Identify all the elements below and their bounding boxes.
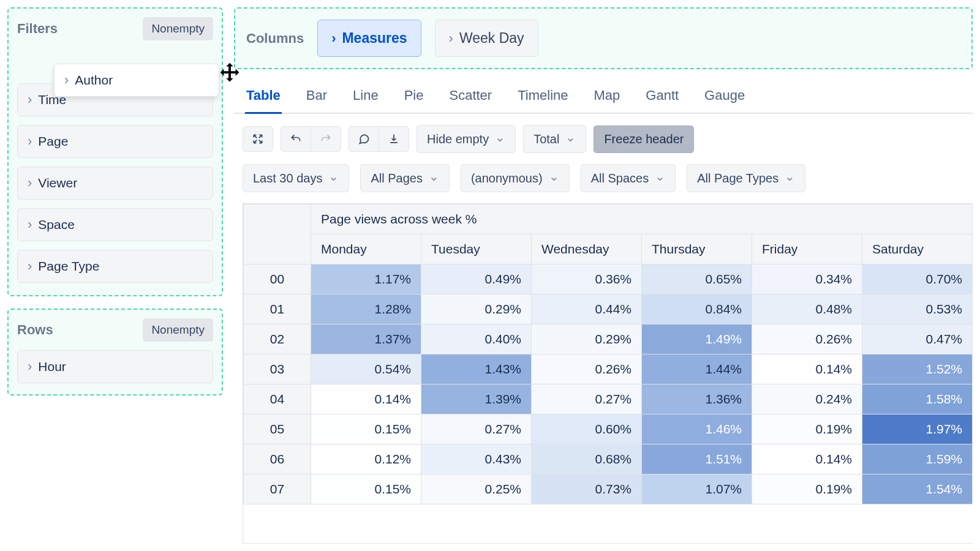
cell[interactable]: 0.68% [532,444,642,474]
cell[interactable]: 1.39% [421,384,532,414]
tab-scatter[interactable]: Scatter [448,83,493,114]
quick-filter--anonymous-[interactable]: (anonymous) [461,164,570,192]
freeze-header-button[interactable]: Freeze header [594,126,694,153]
column-header-wednesday[interactable]: Wednesday [532,234,642,264]
columns-panel: Columns MeasuresWeek Day [234,7,973,69]
cell[interactable]: 1.97% [862,414,973,444]
cell[interactable]: 0.27% [532,384,642,414]
quick-filter-label: (anonymous) [471,171,543,186]
row-header-03[interactable]: 03 [244,354,311,384]
cell[interactable]: 0.70% [862,264,973,294]
cell[interactable]: 1.49% [642,324,752,354]
cell[interactable]: 1.28% [311,294,421,324]
cell[interactable]: 0.73% [532,474,642,504]
cell[interactable]: 1.07% [642,474,752,504]
tab-table[interactable]: Table [245,83,282,114]
export-button[interactable] [379,126,409,152]
comment-button[interactable] [349,126,379,152]
row-header-02[interactable]: 02 [244,324,311,354]
cell[interactable]: 0.49% [421,264,532,294]
column-chip-measures[interactable]: Measures [317,20,421,57]
cell[interactable]: 0.26% [532,354,642,384]
row-header-00[interactable]: 00 [244,264,311,294]
cell[interactable]: 0.84% [642,294,752,324]
row-header-05[interactable]: 05 [244,414,311,444]
row-header-01[interactable]: 01 [244,294,311,324]
column-header-friday[interactable]: Friday [752,234,862,264]
undo-button[interactable] [281,126,311,152]
cell[interactable]: 0.65% [642,264,752,294]
cell[interactable]: 0.24% [752,384,862,414]
tab-bar[interactable]: Bar [305,83,328,114]
quick-filter-last-30-days[interactable]: Last 30 days [243,164,349,192]
cell[interactable]: 0.54% [311,354,421,384]
filter-item-page[interactable]: Page [17,125,213,158]
column-chip-week-day[interactable]: Week Day [435,20,538,57]
tab-gauge[interactable]: Gauge [703,83,746,114]
cell[interactable]: 0.34% [752,264,862,294]
cell[interactable]: 0.14% [752,444,862,474]
quick-filter-all-page-types[interactable]: All Page Types [687,164,805,192]
cell[interactable]: 0.14% [752,354,862,384]
tab-gantt[interactable]: Gantt [644,83,680,114]
quick-filter-all-spaces[interactable]: All Spaces [581,164,676,192]
quick-filter-all-pages[interactable]: All Pages [360,164,450,192]
cell[interactable]: 0.15% [311,414,421,444]
cell[interactable]: 1.43% [421,354,532,384]
total-select[interactable]: Total [523,125,586,153]
tab-map[interactable]: Map [593,83,622,114]
cell[interactable]: 1.58% [862,384,973,414]
cell[interactable]: 0.19% [752,474,862,504]
column-header-tuesday[interactable]: Tuesday [421,234,532,264]
filter-item-space[interactable]: Space [17,208,213,241]
cell[interactable]: 0.29% [421,294,532,324]
row-header-04[interactable]: 04 [244,384,311,414]
column-header-thursday[interactable]: Thursday [642,234,752,264]
cell[interactable]: 0.48% [752,294,862,324]
filter-item-author-dragging[interactable]: Author [54,64,219,97]
cell[interactable]: 0.27% [421,414,532,444]
cell[interactable]: 0.44% [532,294,642,324]
cell[interactable]: 0.60% [532,414,642,444]
cell[interactable]: 1.51% [642,444,752,474]
cell[interactable]: 0.43% [421,444,532,474]
tab-timeline[interactable]: Timeline [516,83,569,114]
cell[interactable]: 0.26% [752,324,862,354]
cell[interactable]: 0.40% [421,324,532,354]
tab-pie[interactable]: Pie [403,83,425,114]
filter-item-viewer[interactable]: Viewer [17,167,213,200]
cell[interactable]: 1.44% [642,354,752,384]
row-item-hour[interactable]: Hour [17,350,213,383]
cell[interactable]: 1.17% [311,264,421,294]
chevron-right-icon [28,359,32,374]
cell[interactable]: 1.52% [862,354,973,384]
cell[interactable]: 0.19% [752,414,862,444]
cell[interactable]: 0.15% [311,474,421,504]
column-header-monday[interactable]: Monday [311,234,421,264]
total-label: Total [533,132,559,146]
expand-button[interactable] [243,126,273,152]
filter-item-page-type[interactable]: Page Type [17,250,213,283]
cell[interactable]: 1.46% [642,414,752,444]
filters-nonempty-button[interactable]: Nonempty [143,17,213,40]
hide-empty-select[interactable]: Hide empty [417,125,516,153]
table-measure-header[interactable]: Page views across week % [311,204,973,234]
cell[interactable]: 0.29% [532,324,642,354]
tab-line[interactable]: Line [352,83,380,114]
row-header-06[interactable]: 06 [244,444,311,474]
rows-nonempty-button[interactable]: Nonempty [143,318,213,342]
cell[interactable]: 1.59% [862,444,973,474]
row-header-07[interactable]: 07 [244,474,311,504]
cell[interactable]: 0.47% [862,324,973,354]
redo-button[interactable] [311,126,341,152]
cell[interactable]: 1.36% [642,384,752,414]
column-header-saturday[interactable]: Saturday [862,234,973,264]
cell[interactable]: 0.14% [311,384,421,414]
cell[interactable]: 0.53% [862,294,973,324]
cell[interactable]: 1.54% [862,474,973,504]
cell[interactable]: 0.36% [532,264,642,294]
cell[interactable]: 0.25% [421,474,532,504]
cell[interactable]: 0.12% [311,444,421,474]
cell[interactable]: 1.37% [311,324,421,354]
chevron-right-icon [28,176,32,190]
